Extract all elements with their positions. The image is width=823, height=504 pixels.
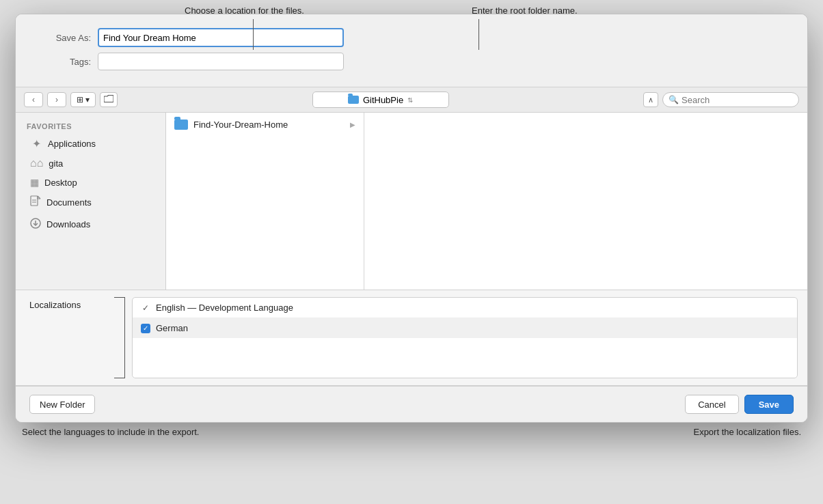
localizations-label-area: Localizations — [16, 290, 125, 385]
sidebar-label-downloads: Downloads — [46, 219, 90, 229]
sidebar-label-desktop: Desktop — [44, 178, 77, 188]
action-buttons: Cancel Save — [685, 395, 794, 414]
chevron-up-icon: ∧ — [648, 96, 653, 104]
downloads-icon — [30, 217, 41, 232]
save-as-row: Save As: — [43, 28, 780, 47]
sidebar-label-applications: Applications — [48, 139, 96, 149]
callout-top-left: Choose a location for the files. — [185, 5, 304, 16]
cancel-button[interactable]: Cancel — [685, 395, 738, 414]
toolbar: ‹ › ⊞ ▾ GitHubPie ⇅ — [16, 87, 807, 113]
german-label: German — [156, 323, 188, 333]
file-arrow-icon: ▶ — [350, 121, 355, 128]
detail-panel — [364, 113, 807, 290]
save-as-label: Save As: — [43, 33, 91, 43]
sidebar-section-favorites: Favorites — [16, 120, 165, 133]
english-label: English — Development Language — [156, 303, 293, 313]
localization-item-german[interactable]: German — [133, 318, 797, 338]
dialog-top-section: Save As: Tags: — [16, 14, 807, 87]
save-button[interactable]: Save — [744, 395, 794, 414]
save-as-input[interactable] — [98, 28, 344, 47]
tags-row: Tags: — [43, 53, 780, 70]
sidebar-item-downloads[interactable]: Downloads — [19, 214, 162, 235]
back-button[interactable]: ‹ — [24, 92, 43, 107]
search-box: 🔍 — [662, 92, 799, 107]
english-checkbox[interactable]: ✓ — [141, 303, 150, 313]
sidebar-label-documents: Documents — [46, 197, 92, 208]
localizations-label: Localizations — [29, 300, 81, 310]
folder-icon — [174, 120, 188, 130]
desktop-icon: ▦ — [30, 177, 39, 188]
svg-rect-0 — [31, 196, 38, 206]
localizations-section: Localizations ✓ English — Development La… — [16, 290, 807, 386]
bottom-annotations: Select the languages to include in the e… — [15, 427, 808, 437]
folder-plus-icon — [104, 94, 113, 105]
sidebar-label-gita: gita — [49, 158, 63, 169]
view-grid-icon: ⊞ — [77, 95, 83, 104]
sidebar-item-gita[interactable]: ⌂ gita — [19, 154, 162, 173]
location-folder-icon — [348, 96, 359, 104]
callout-line-right-decoration — [478, 19, 479, 50]
applications-icon — [30, 137, 42, 150]
location-name: GitHubPie — [363, 95, 403, 105]
dialog-bottom: New Folder Cancel Save — [16, 386, 807, 422]
view-options-button[interactable]: ⊞ ▾ — [70, 92, 96, 107]
documents-icon — [30, 195, 41, 210]
tags-input[interactable] — [98, 53, 344, 70]
callout-line-left-decoration — [253, 19, 254, 50]
gita-home-icon: ⌂ — [30, 157, 43, 169]
sidebar: Favorites Applications ⌂ gita ▦ Desktop — [16, 113, 166, 290]
callout-top-right: Enter the root folder name. — [472, 5, 578, 16]
sidebar-item-applications[interactable]: Applications — [19, 134, 162, 153]
bottom-annotation-right: Export the localization files. — [693, 427, 801, 437]
forward-button[interactable]: › — [47, 92, 66, 107]
dialog-wrapper: Choose a location for the files. Enter t… — [0, 0, 823, 504]
location-dropdown[interactable]: GitHubPie ⇅ — [312, 92, 449, 108]
list-item[interactable]: Find-Your-Dream-Home ▶ — [166, 116, 364, 133]
dialog-content: Favorites Applications ⌂ gita ▦ Desktop — [16, 113, 807, 290]
tags-label: Tags: — [43, 57, 91, 67]
search-icon: 🔍 — [669, 95, 679, 104]
localizations-list: ✓ English — Development Language German — [132, 297, 798, 378]
location-arrows-icon: ⇅ — [407, 96, 413, 104]
localizations-bracket — [114, 297, 125, 378]
view-dropdown-icon: ▾ — [85, 95, 90, 104]
file-list: Find-Your-Dream-Home ▶ — [166, 113, 364, 290]
save-dialog: Save As: Tags: ‹ › ⊞ ▾ — [15, 14, 808, 423]
location-selector: GitHubPie ⇅ — [122, 92, 639, 108]
sidebar-item-documents[interactable]: Documents — [19, 192, 162, 213]
collapse-button[interactable]: ∧ — [643, 92, 658, 107]
localization-item-english[interactable]: ✓ English — Development Language — [133, 298, 797, 318]
sidebar-item-desktop[interactable]: ▦ Desktop — [19, 173, 162, 191]
new-folder-button[interactable]: New Folder — [29, 395, 95, 414]
file-name: Find-Your-Dream-Home — [193, 120, 345, 130]
search-input[interactable] — [682, 95, 784, 105]
new-folder-toolbar-button[interactable] — [100, 92, 118, 107]
bottom-annotation-left: Select the languages to include in the e… — [22, 427, 199, 437]
german-checkbox[interactable] — [141, 324, 150, 333]
